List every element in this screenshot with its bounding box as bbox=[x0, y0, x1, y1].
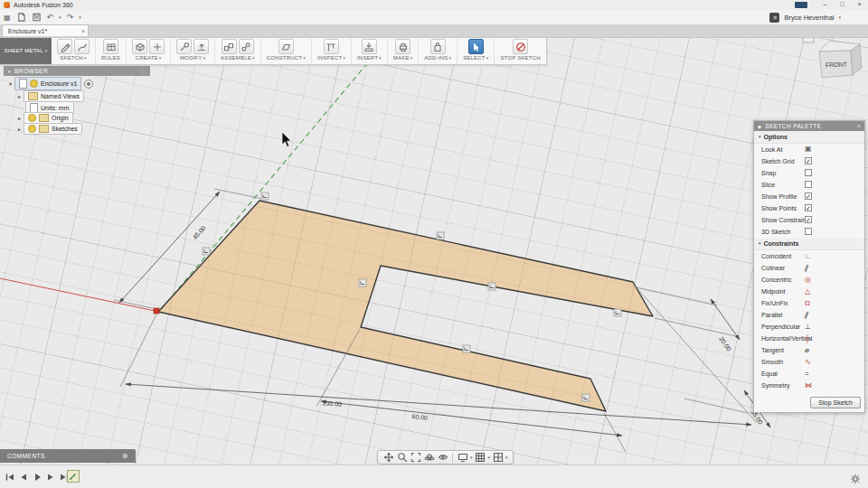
browser-item-label[interactable]: Origin bbox=[52, 115, 69, 121]
constraint-symmetry[interactable]: Symmetry ⋈ bbox=[754, 380, 864, 391]
construction-plane-icon[interactable] bbox=[278, 39, 294, 54]
stop-sketch-icon[interactable] bbox=[513, 39, 528, 54]
palette-option-show-points[interactable]: Show Points ✓ bbox=[754, 202, 864, 214]
fit-icon[interactable] bbox=[410, 452, 421, 464]
palette-option-show-constraints[interactable]: Show Constraints ✓ bbox=[754, 214, 864, 226]
constraint-parallel[interactable]: Parallel ∥ bbox=[754, 309, 864, 321]
comments-bar[interactable]: COMMENTS ⊕ bbox=[0, 449, 136, 463]
visibility-bulb-icon[interactable] bbox=[28, 125, 36, 133]
undo-icon[interactable]: ↶ bbox=[47, 13, 54, 22]
constraints-section-header[interactable]: ▾ Constraints bbox=[754, 238, 864, 250]
create-sketch-icon[interactable] bbox=[57, 39, 72, 54]
ribbon-group-insert[interactable]: INSERT▾ bbox=[352, 37, 388, 64]
browser-item-label[interactable]: Sketches bbox=[52, 126, 78, 132]
go-to-start-button[interactable] bbox=[4, 471, 15, 483]
sketch-grid-checkbox[interactable]: ✓ bbox=[805, 157, 812, 164]
constraint-tangent[interactable]: Tangent ⌀ bbox=[754, 344, 864, 356]
constraint-equal[interactable]: Equal = bbox=[754, 368, 864, 380]
ribbon-group-rules[interactable]: RULES bbox=[96, 37, 127, 64]
ribbon-group-make[interactable]: MAKE▾ bbox=[388, 37, 420, 64]
joint-icon[interactable] bbox=[239, 39, 254, 54]
sketch-spline-icon[interactable] bbox=[74, 39, 90, 54]
modify-wrench-icon[interactable] bbox=[176, 39, 192, 54]
ribbon-group-add-ins[interactable]: ADD-INS▾ bbox=[419, 37, 458, 64]
3d-print-icon[interactable] bbox=[395, 39, 410, 54]
select-tool-icon[interactable] bbox=[468, 39, 484, 54]
settings-gear-icon[interactable] bbox=[850, 472, 861, 488]
zoom-icon[interactable] bbox=[396, 452, 408, 464]
browser-root-label[interactable]: Enclosure v1 bbox=[41, 80, 77, 87]
chevron-down-icon[interactable]: ▾ bbox=[505, 455, 508, 460]
document-tab[interactable]: Enclosure v1* × bbox=[2, 24, 89, 36]
viewport-canvas[interactable] bbox=[0, 37, 868, 465]
expand-caret-icon[interactable]: ▾ bbox=[9, 80, 12, 87]
browser-item-label[interactable]: Units: mm bbox=[41, 105, 70, 111]
3d-sketch-checkbox[interactable] bbox=[805, 228, 812, 235]
undo-dropdown-icon[interactable]: ▾ bbox=[59, 14, 61, 20]
browser-panel-header[interactable]: ▾ BROWSER ⋮ bbox=[4, 66, 150, 76]
options-section-header[interactable]: ▾ Options bbox=[754, 131, 864, 144]
look-at-icon[interactable]: ▣ bbox=[805, 145, 812, 153]
sketch-palette-header[interactable]: ◆ SKETCH PALETTE » bbox=[754, 121, 864, 131]
expand-caret-icon[interactable]: ▸ bbox=[18, 93, 21, 99]
close-button[interactable]: × bbox=[851, 0, 868, 10]
chevron-down-icon[interactable]: ▾ bbox=[470, 455, 473, 460]
press-pull-icon[interactable] bbox=[193, 39, 209, 54]
palette-option-3d-sketch[interactable]: 3D Sketch bbox=[754, 226, 864, 238]
palette-option-look-at[interactable]: Look At ▣ bbox=[754, 144, 864, 155]
browser-row-sketches[interactable]: ▸ Sketches bbox=[18, 123, 82, 135]
activate-component-radio-icon[interactable] bbox=[84, 80, 93, 89]
ribbon-group-create[interactable]: CREATE▾ bbox=[127, 37, 171, 64]
new-component-icon[interactable] bbox=[222, 39, 237, 54]
expand-caret-icon[interactable]: ▸ bbox=[18, 115, 21, 121]
palette-more-icon[interactable]: » bbox=[857, 123, 861, 129]
modify-rules-icon[interactable] bbox=[103, 39, 118, 54]
job-status-icon[interactable]: ≡ bbox=[769, 13, 779, 23]
constraint-smooth[interactable]: Smooth ∿ bbox=[754, 356, 864, 368]
maximize-button[interactable]: □ bbox=[834, 0, 851, 10]
display-settings-icon[interactable] bbox=[457, 452, 468, 464]
slice-checkbox[interactable] bbox=[805, 181, 812, 188]
pan-icon[interactable] bbox=[382, 452, 394, 464]
look-at-eye-icon[interactable] bbox=[437, 452, 448, 464]
play-button[interactable] bbox=[31, 471, 42, 483]
user-menu-caret-icon[interactable]: ▾ bbox=[838, 14, 841, 20]
tab-close-icon[interactable]: × bbox=[81, 25, 85, 37]
minimize-button[interactable]: – bbox=[816, 0, 834, 10]
ribbon-group-stop-sketch[interactable]: STOP SKETCH bbox=[495, 37, 545, 64]
ribbon-group-sketch[interactable]: SKETCH▾ bbox=[52, 37, 96, 64]
palette-option-slice[interactable]: Slice bbox=[754, 179, 864, 191]
palette-option-snap[interactable]: Snap bbox=[754, 167, 864, 179]
show-points-checkbox[interactable]: ✓ bbox=[805, 204, 812, 211]
orbit-icon[interactable] bbox=[423, 452, 435, 464]
constraint-horizontal-vertical[interactable]: Horizontal/Vertical ┼ bbox=[754, 333, 864, 344]
visibility-bulb-icon[interactable] bbox=[30, 80, 38, 88]
ribbon-group-construct[interactable]: CONSTRUCT▾ bbox=[261, 37, 312, 64]
measure-icon[interactable] bbox=[324, 39, 339, 54]
new-file-icon[interactable] bbox=[16, 12, 26, 23]
redo-icon[interactable]: ↷ bbox=[67, 13, 74, 22]
browser-row-root[interactable]: ▾ Enclosure v1 bbox=[9, 77, 93, 90]
workspace-mode-selector[interactable]: SHEET METAL ▾ bbox=[0, 37, 52, 64]
add-comment-icon[interactable]: ⊕ bbox=[122, 452, 128, 460]
ribbon-group-modify[interactable]: MODIFY▾ bbox=[171, 37, 215, 64]
show-profile-checkbox[interactable]: ✓ bbox=[805, 192, 812, 200]
app-menu-icon[interactable]: ▦ bbox=[4, 14, 11, 22]
browser-item-label[interactable]: Named Views bbox=[41, 93, 80, 99]
visibility-bulb-icon[interactable] bbox=[28, 114, 36, 122]
constraint-coincident[interactable]: Coincident ∟ bbox=[754, 250, 864, 262]
stop-sketch-button[interactable]: Stop Sketch bbox=[810, 397, 861, 408]
browser-header-grip-icon[interactable]: ⋮ bbox=[139, 68, 146, 75]
notification-badge[interactable] bbox=[795, 2, 807, 8]
redo-dropdown-icon[interactable]: ▾ bbox=[79, 14, 81, 20]
show-constraints-checkbox[interactable]: ✓ bbox=[805, 216, 812, 223]
create-new-icon[interactable] bbox=[149, 39, 165, 54]
step-forward-button[interactable] bbox=[44, 471, 56, 483]
scripts-addins-icon[interactable] bbox=[430, 39, 446, 54]
constraint-concentric[interactable]: Concentric ◎ bbox=[754, 274, 864, 286]
constraint-colinear[interactable]: Colinear ∥ bbox=[754, 262, 864, 274]
snap-checkbox[interactable] bbox=[805, 169, 812, 176]
ribbon-group-inspect[interactable]: INSPECT▾ bbox=[312, 37, 352, 64]
insert-icon[interactable] bbox=[362, 39, 377, 54]
ribbon-group-assemble[interactable]: ASSEMBLE▾ bbox=[215, 37, 261, 64]
